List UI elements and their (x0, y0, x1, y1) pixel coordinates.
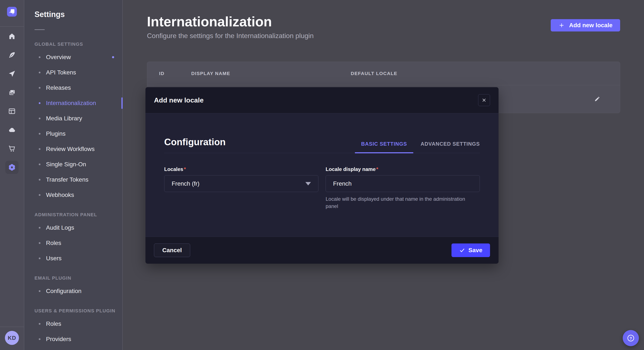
required-asterisk: * (376, 166, 378, 172)
column-header-id: ID (159, 71, 191, 76)
check-icon (459, 247, 465, 253)
notification-dot (112, 56, 114, 58)
rail-bottom-divider (0, 327, 24, 327)
sidebar-item-single-sign-on[interactable]: Single Sign-On (24, 157, 122, 172)
locales-select[interactable]: French (fr) (164, 175, 318, 192)
column-header-display-name: DISPLAY NAME (191, 71, 351, 76)
rail-item-home[interactable] (5, 30, 18, 43)
section-label-users-permissions-plugin: USERS & PERMISSIONS PLUGIN (34, 308, 122, 314)
rail-item-cloud[interactable] (5, 123, 18, 137)
column-header-default-locale: DEFAULT LOCALE (351, 71, 398, 76)
home-icon (8, 32, 16, 40)
sidebar-item-plugins[interactable]: Plugins (24, 126, 122, 141)
tab-advanced-settings[interactable]: ADVANCED SETTINGS (420, 141, 480, 153)
sidebar-item-email-configuration[interactable]: Configuration (24, 283, 122, 299)
sidebar-item-transfer-tokens[interactable]: Transfer Tokens (24, 172, 122, 187)
media-images-icon (8, 89, 16, 96)
subnav-title: Settings (34, 10, 122, 19)
rail-item-marketplace[interactable] (5, 142, 18, 155)
add-new-locale-button[interactable]: Add new locale (551, 19, 620, 31)
send-plane-icon (8, 70, 16, 78)
feather-icon (8, 51, 16, 59)
modal-title: Add new locale (154, 96, 204, 104)
sidebar-item-media-library[interactable]: Media Library (24, 111, 122, 126)
modal-footer: Cancel Save (146, 237, 498, 264)
sidebar-item-up-providers[interactable]: Providers (24, 332, 122, 347)
section-label-global-settings: GLOBAL SETTINGS (34, 41, 122, 47)
display-name-hint: Locale will be displayed under that name… (326, 195, 472, 210)
close-icon (481, 97, 487, 103)
modal-close-button[interactable] (478, 94, 490, 106)
section-label-email-plugin: EMAIL PLUGIN (34, 275, 122, 281)
strapi-logo-button[interactable] (7, 7, 17, 16)
sidebar-item-admin-users[interactable]: Users (24, 251, 122, 266)
chevron-down-icon (306, 182, 311, 185)
add-new-locale-modal: Add new locale Configuration BASIC SETTI… (146, 87, 498, 264)
cloud-icon (8, 126, 16, 134)
save-button[interactable]: Save (452, 243, 490, 257)
rail-item-content[interactable] (5, 48, 18, 62)
sidebar-item-api-tokens[interactable]: API Tokens (24, 65, 122, 80)
pencil-icon (594, 96, 600, 103)
locale-display-name-input[interactable] (326, 175, 480, 192)
tab-basic-settings[interactable]: BASIC SETTINGS (361, 141, 407, 153)
configuration-title: Configuration (164, 137, 226, 147)
locales-field-label: Locales* (164, 166, 318, 172)
page-subtitle: Configure the settings for the Internati… (147, 32, 314, 40)
locale-form: Locales* French (fr) Locale display name… (164, 166, 480, 210)
display-name-field-label: Locale display name* (326, 166, 480, 172)
modal-body: Configuration BASIC SETTINGS ADVANCED SE… (146, 113, 498, 237)
settings-subnav: Settings GLOBAL SETTINGS Overview API To… (24, 0, 123, 350)
sidebar-item-up-roles[interactable]: Roles (24, 316, 122, 332)
configuration-section-header: Configuration BASIC SETTINGS ADVANCED SE… (164, 113, 480, 153)
sidebar-item-releases[interactable]: Releases (24, 80, 122, 95)
question-icon: ? (626, 334, 635, 343)
layout-panel-icon (8, 107, 16, 115)
sidebar-item-admin-roles[interactable]: Roles (24, 235, 122, 251)
sidebar-item-internationalization[interactable]: Internationalization (24, 95, 122, 111)
cancel-button[interactable]: Cancel (154, 243, 190, 257)
subnav-rule (34, 29, 45, 30)
modal-header: Add new locale (146, 87, 498, 113)
sidebar-item-audit-logs[interactable]: Audit Logs (24, 220, 122, 235)
edit-locale-button[interactable] (592, 94, 602, 104)
plus-icon (558, 22, 565, 28)
rail-item-content-type-builder[interactable] (5, 105, 18, 118)
rail-item-settings[interactable] (5, 161, 18, 174)
page-title: Internationalization (147, 14, 314, 29)
user-avatar[interactable]: KD (5, 331, 19, 345)
help-button[interactable]: ? (623, 330, 639, 346)
strapi-logo-icon (7, 7, 17, 16)
sidebar-item-overview[interactable]: Overview (24, 49, 122, 65)
svg-text:?: ? (630, 336, 632, 341)
rail-item-deploy[interactable] (5, 67, 18, 80)
sidebar-item-review-workflows[interactable]: Review Workflows (24, 141, 122, 157)
page-header: Internationalization Configure the setti… (147, 14, 314, 40)
table-header-row: ID DISPLAY NAME DEFAULT LOCALE (147, 62, 620, 85)
required-asterisk: * (184, 166, 186, 172)
section-label-administration-panel: ADMINISTRATION PANEL (34, 212, 122, 217)
cart-icon (8, 145, 16, 153)
sidebar-item-webhooks[interactable]: Webhooks (24, 187, 122, 203)
settings-tabs: BASIC SETTINGS ADVANCED SETTINGS (361, 141, 480, 153)
rail-item-media[interactable] (5, 86, 18, 99)
rail-divider (0, 26, 24, 27)
gear-icon (8, 163, 16, 172)
icon-rail: KD (0, 0, 24, 350)
